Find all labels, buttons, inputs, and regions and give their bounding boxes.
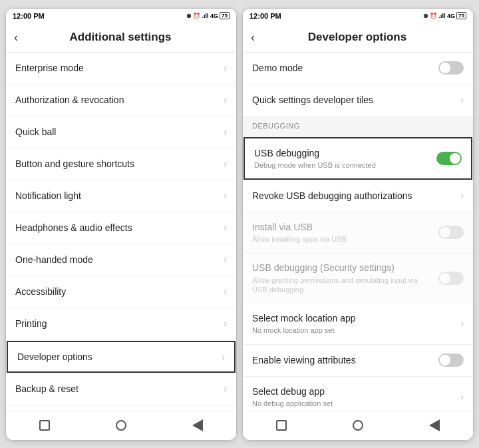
status-bar-2: 12:00 PM ⊗ ⏰ .ıll 4G 75 — [243, 9, 473, 23]
install-via-usb-knob — [440, 227, 450, 238]
notification-light-label: Notification light — [15, 190, 220, 202]
mock-location-label-wrap: Select mock location app No mock locatio… — [252, 312, 456, 335]
usb-security-label-wrap: USB debugging (Security settings) Allow … — [252, 262, 433, 294]
one-handed-mode-chevron: › — [224, 254, 227, 265]
install-via-usb-label: Install via USB — [252, 221, 433, 233]
usb-debugging-knob — [450, 153, 460, 164]
phone-2: 12:00 PM ⊗ ⏰ .ıll 4G 75 ‹ Developer opti… — [242, 8, 474, 441]
headphones-audio-label: Headphones & audio effects — [15, 222, 220, 234]
usb-security-toggle — [438, 272, 464, 285]
usb-security-label: USB debugging (Security settings) — [252, 262, 433, 274]
enterprise-mode-label: Enterprise mode — [15, 62, 220, 74]
select-debug-app-label-wrap: Select debug app No debug application se… — [252, 385, 456, 408]
mi-mover-item[interactable]: Mi Mover › — [6, 405, 236, 411]
enterprise-mode-chevron: › — [224, 63, 227, 73]
quick-settings-tiles-chevron: › — [460, 95, 464, 105]
select-debug-app-sublabel: No debug application set — [252, 399, 456, 408]
accessibility-item[interactable]: Accessibility › — [6, 276, 236, 308]
enterprise-mode-item[interactable]: Enterprise mode › — [6, 53, 236, 85]
demo-mode-label-wrap: Demo mode — [252, 62, 433, 74]
install-via-usb-sublabel: Allow installing apps via USB — [252, 234, 433, 244]
usb-debugging-label: USB debugging — [254, 147, 431, 159]
quick-ball-chevron: › — [224, 126, 227, 137]
authorization-revocation-chevron: › — [224, 95, 227, 105]
demo-mode-item[interactable]: Demo mode — [243, 53, 473, 85]
header-2: ‹ Developer options — [243, 23, 473, 53]
revoke-usb-item[interactable]: Revoke USB debugging authorizations › — [243, 180, 473, 212]
usb-debugging-sublabel: Debug mode when USB is connected — [254, 160, 431, 170]
nav-recents-1[interactable] — [39, 420, 50, 431]
developer-options-label: Developer options — [17, 351, 218, 363]
install-via-usb-item: Install via USB Allow installing apps vi… — [243, 212, 473, 253]
notification-light-item[interactable]: Notification light › — [6, 180, 236, 212]
status-icons-1: ⊗ ⏰ .ıll 4G 75 — [186, 12, 230, 19]
debugging-section-label: DEBUGGING — [252, 122, 300, 130]
nav-home-1[interactable] — [116, 420, 126, 431]
nav-home-2[interactable] — [353, 420, 363, 431]
back-button-1[interactable]: ‹ — [14, 31, 18, 45]
authorization-revocation-item[interactable]: Authorization & revocation › — [6, 85, 236, 116]
developer-options-item[interactable]: Developer options › — [7, 341, 236, 373]
nav-back-1[interactable] — [192, 419, 203, 431]
enable-viewing-attr-knob — [440, 355, 450, 365]
mock-location-sublabel: No mock location app set — [252, 326, 456, 335]
revoke-usb-label: Revoke USB debugging authorizations — [252, 190, 456, 202]
header-1: ‹ Additional settings — [6, 23, 236, 53]
status-time-2: 12:00 PM — [249, 12, 281, 20]
select-debug-app-label: Select debug app — [252, 385, 456, 397]
demo-mode-toggle[interactable] — [438, 61, 464, 75]
status-icons-2: ⊗ ⏰ .ıll 4G 75 — [423, 12, 466, 19]
nav-back-2[interactable] — [429, 419, 440, 431]
select-debug-app-chevron: › — [460, 391, 464, 402]
developer-options-chevron: › — [222, 351, 225, 362]
usb-debugging-toggle[interactable] — [436, 152, 462, 165]
backup-reset-chevron: › — [224, 383, 227, 394]
quick-ball-label: Quick ball — [15, 126, 220, 138]
headphones-audio-item[interactable]: Headphones & audio effects › — [6, 212, 236, 244]
usb-security-sublabel: Allow granting permissions and simulatin… — [252, 276, 433, 295]
select-debug-app-item[interactable]: Select debug app No debug application se… — [243, 377, 473, 411]
enable-viewing-attr-item[interactable]: Enable viewing attributes — [243, 345, 473, 377]
button-gesture-item[interactable]: Button and gesture shortcuts › — [6, 148, 236, 180]
page-title-1: Additional settings — [25, 31, 216, 44]
accessibility-chevron: › — [224, 286, 227, 297]
notification-light-chevron: › — [224, 190, 227, 201]
bottom-nav-2 — [243, 411, 473, 440]
back-button-2[interactable]: ‹ — [251, 31, 255, 45]
usb-security-knob — [440, 273, 450, 284]
usb-debugging-label-wrap: USB debugging Debug mode when USB is con… — [254, 147, 431, 170]
accessibility-label: Accessibility — [15, 286, 220, 298]
printing-label: Printing — [15, 318, 220, 330]
usb-debugging-item[interactable]: USB debugging Debug mode when USB is con… — [243, 137, 472, 180]
nav-recents-2[interactable] — [276, 420, 287, 431]
mock-location-item[interactable]: Select mock location app No mock locatio… — [243, 304, 473, 344]
mock-location-chevron: › — [460, 318, 464, 329]
enable-viewing-attr-toggle[interactable] — [438, 353, 464, 367]
authorization-revocation-label: Authorization & revocation — [15, 94, 220, 106]
quick-ball-item[interactable]: Quick ball › — [6, 116, 236, 148]
bottom-nav-1 — [6, 411, 236, 440]
demo-mode-knob — [440, 63, 450, 73]
page-title-2: Developer options — [261, 31, 453, 44]
status-bar-1: 12:00 PM ⊗ ⏰ .ıll 4G 75 — [6, 9, 236, 23]
printing-item[interactable]: Printing › — [6, 308, 236, 340]
quick-settings-tiles-item[interactable]: Quick settings developer tiles › — [243, 85, 473, 116]
backup-reset-item[interactable]: Backup & reset › — [6, 373, 236, 405]
printing-chevron: › — [224, 318, 227, 329]
one-handed-mode-item[interactable]: One-handed mode › — [6, 244, 236, 276]
usb-security-item: USB debugging (Security settings) Allow … — [243, 253, 473, 304]
revoke-usb-chevron: › — [460, 190, 464, 201]
enable-viewing-attr-label-wrap: Enable viewing attributes — [252, 354, 433, 366]
install-via-usb-label-wrap: Install via USB Allow installing apps vi… — [252, 221, 433, 244]
debugging-section-header: DEBUGGING — [243, 116, 473, 136]
backup-reset-label: Backup & reset — [15, 383, 220, 395]
button-gesture-label: Button and gesture shortcuts — [15, 158, 220, 170]
demo-mode-label: Demo mode — [252, 62, 433, 74]
phone-1: 12:00 PM ⊗ ⏰ .ıll 4G 75 ‹ Additional set… — [5, 8, 237, 441]
status-time-1: 12:00 PM — [13, 12, 45, 20]
settings-list-2: Demo mode Quick settings developer tiles… — [243, 53, 473, 411]
enable-viewing-attr-label: Enable viewing attributes — [252, 354, 433, 366]
quick-settings-tiles-label: Quick settings developer tiles — [252, 94, 456, 106]
headphones-audio-chevron: › — [224, 222, 227, 233]
mock-location-label: Select mock location app — [252, 312, 456, 324]
